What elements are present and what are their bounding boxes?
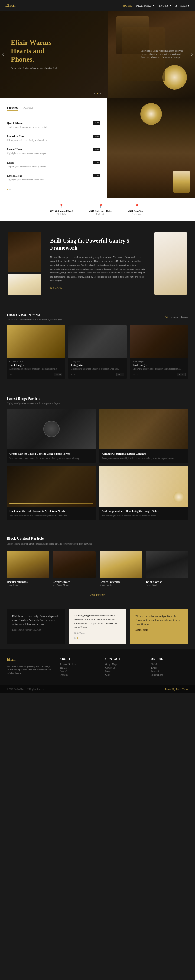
news-badge-2[interactable]: $4.95 [116,372,124,376]
blog-card-2: Arrange Content in Multiple Columns Arra… [99,409,188,463]
footer-top: Elixir Elixir is built from the ground u… [0,649,195,685]
news-tag-2: Categories [71,360,124,363]
gantry-image-right [154,232,187,295]
hero-dot-3[interactable] [100,93,101,94]
footer-link-template[interactable]: Template Nucleus [60,663,97,665]
location-detail-1: Little info [49,213,73,215]
hero-text-block: Elixir Warms Hearts and Phones. Responsi… [11,38,60,70]
news-filters: All Content Images [165,315,188,318]
feature-desc-2: Allow your visitors to find your locatio… [7,138,90,142]
testimonial-author-2: Elixir Theme [74,632,121,635]
tab-particles[interactable]: Particles [7,106,18,111]
tab-features[interactable]: Features [23,106,33,111]
team-name-3: George Patterson [100,580,142,583]
nav-features[interactable]: FEATURES ▾ [136,4,155,7]
testimonial-text-3: Elixir is responsive and designed from t… [135,614,183,626]
hero-prev-button[interactable]: ‹ [2,52,4,57]
gantry-content: Built Using the Powerful Gantry 5 Framew… [46,237,149,290]
filter-images[interactable]: Images [181,315,188,318]
feature-desc-3: Highlight your most recent latest images [7,152,90,155]
news-card-image-3 [130,325,188,358]
location-detail-3: Little info [128,213,146,215]
nav-styles[interactable]: STYLES ▾ [176,4,190,7]
feature-title-1: Quick Menu [7,121,90,124]
hero-dot-2[interactable] [97,93,98,94]
feature-title-4: Logos [7,161,90,164]
join-crew-label[interactable]: Join the crew [90,593,105,597]
site-logo[interactable]: Elixir [5,3,16,8]
feature-badge-3[interactable]: $2.95 [93,148,100,151]
footer-link-rockettheme[interactable]: RocketTheme [151,674,188,676]
hero-title: Elixir Warms Hearts and Phones. [11,38,60,64]
order-online-link[interactable]: Order Online [50,287,63,290]
gantry-title: Built Using the Powerful Gantry 5 Framew… [50,237,145,251]
footer-content: Elixir Elixir is built from the ground u… [7,657,188,677]
hero-right-description: Elixir is built with a responsive layout… [141,49,184,59]
news-badge-3[interactable]: $19.95 [177,372,185,376]
team-name-2: Jeremy Jacobs [53,580,95,583]
footer-link-facebook[interactable]: Facebook [151,670,188,673]
blog-title-4: Add Images to Each Item Using the Image … [102,509,185,513]
pour-image [107,98,195,198]
feature-item-logos: Logos Display your most recent brand par… [7,158,100,172]
nav-pages[interactable]: PAGES ▾ [159,4,171,7]
news-grid: Content Source Bold Images Displaying a … [7,325,188,379]
hero-pagination [94,93,101,94]
blog-image-2 [99,409,188,449]
hero-title-line1: Elixir Warms [11,38,51,46]
team-name-1: Heather Simmons [7,580,49,583]
location-1: 📍 3691 Oakmound Road Little info [49,204,73,215]
testimonial-dot-2[interactable] [77,637,78,639]
footer-online-title: ONLINE [151,657,188,660]
team-card-1: Heather Simmons Senior Guide [7,551,49,586]
blog-card-4: Add Images to Each Item Using the Image … [99,466,188,520]
footer-about-text: Elixir is built from the ground up with … [7,665,52,675]
feature-badge-2[interactable]: $1.95 [93,135,100,138]
filter-content[interactable]: Content [171,315,179,318]
blog-title-2: Arrange Content in Multiple Columns [102,452,185,455]
testimonial-dot-1[interactable] [74,637,76,639]
features-section: Particles Features Quick Menu Display yo… [0,98,195,198]
location-address-3: 4361 Ross Street [128,210,146,212]
blogs-subtitle: Highly configurable content within a res… [7,402,61,404]
gantry-images-left [8,232,41,296]
feature-desc-4: Display your most recent brand partners [7,165,90,169]
feature-item-quick-menu: Quick Menu Display your template menu it… [7,119,100,132]
nav-home[interactable]: HOME [123,4,132,7]
feature-title-2: Location Pins [7,135,90,138]
feature-item-latest-news: Latest News Highlight your most recent l… [7,145,100,158]
hero-dot-1[interactable] [94,93,95,94]
join-crew-link[interactable]: Join the crew [7,592,188,597]
footer-link-twitter[interactable]: Twitter [151,667,188,669]
blogs-title: Latest Blogs Particle [7,397,61,401]
blog-desc-4: You can assign a custom image to an item… [102,514,185,517]
footer-link-github[interactable]: GitHub [151,663,188,665]
testimonial-card-3: Elixir is responsive and designed from t… [130,609,188,644]
hero-title-line2: Hearts and [11,47,44,55]
news-header: Latest News Particle Quick and easy cont… [7,313,188,321]
news-badge-1[interactable]: $19.95 [54,372,62,376]
features-dot-2[interactable] [9,189,11,190]
features-dot-1[interactable] [7,189,8,190]
feature-badge-5[interactable]: $2.95 [93,174,100,177]
team-role-1: Senior Guide [7,584,49,586]
footer-link-forum[interactable]: Forum [105,670,143,673]
footer-link-free-trial[interactable]: Free Trial [60,674,97,676]
footer-link-contact[interactable]: Contact Us [105,667,143,669]
news-card-image-2 [68,325,127,358]
footer-about-col: Elixir Elixir is built from the ground u… [7,657,52,677]
footer-link-gantry[interactable]: Gantry 5 [60,670,97,673]
location-address-1: 3691 Oakmound Road [49,210,73,212]
feature-badge-1[interactable]: $3.95 [93,121,100,124]
features-tabs: Particles Features [7,106,100,113]
hero-next-button[interactable]: › [191,52,193,57]
filter-all[interactable]: All [165,315,168,318]
footer-link-tagline[interactable]: Tag Line [60,667,97,669]
news-date-3: Jul 10 [133,373,138,376]
footer-link-gitter[interactable]: Gitter [105,674,143,676]
block-section: Block Content Particle Lorem ipsum dolor… [0,530,195,604]
footer-link-maps[interactable]: Google Maps [105,663,143,665]
navbar: Elixir HOME FEATURES ▾ PAGES ▾ STYLES ▾ [0,0,195,11]
feature-badge-4[interactable]: $4.95 [93,161,100,164]
news-section: Latest News Particle Quick and easy cont… [0,306,195,386]
